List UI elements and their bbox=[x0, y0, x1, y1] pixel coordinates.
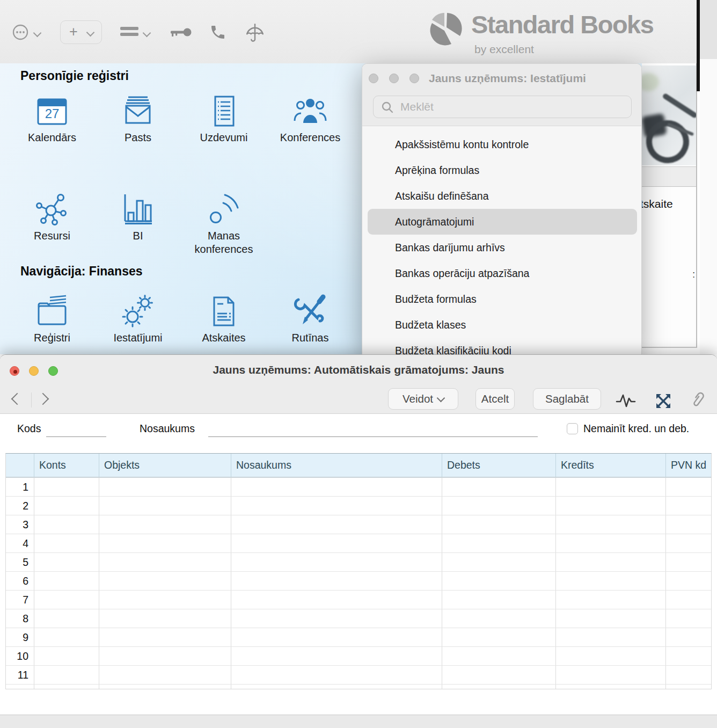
cell-konts[interactable] bbox=[34, 628, 99, 646]
cell-nosaukums[interactable] bbox=[231, 647, 442, 665]
cell-pvn-kd[interactable] bbox=[666, 572, 711, 590]
create-button[interactable]: Veidot bbox=[388, 388, 458, 410]
nav-item-resursi[interactable]: Resursi bbox=[12, 192, 92, 243]
row-number-cell[interactable]: 5 bbox=[6, 553, 34, 571]
nav-item-rutinas[interactable]: Rutīnas bbox=[270, 294, 350, 345]
nav-item-konferences[interactable]: Konferences bbox=[270, 94, 350, 144]
cell-nosaukums[interactable] bbox=[231, 478, 442, 496]
cell-debets[interactable] bbox=[442, 534, 556, 552]
column-header-kredits[interactable]: Kredīts bbox=[556, 454, 666, 477]
cell-debets[interactable] bbox=[442, 609, 556, 628]
cell-debets[interactable] bbox=[442, 515, 556, 534]
column-header-debets[interactable]: Debets bbox=[442, 454, 556, 477]
cell-objekts[interactable] bbox=[99, 553, 231, 571]
forward-button[interactable] bbox=[37, 393, 49, 405]
cell-kredits[interactable] bbox=[556, 497, 666, 515]
cell-pvn-kd[interactable] bbox=[666, 553, 711, 571]
umbrella-icon[interactable] bbox=[245, 23, 265, 45]
cell-pvn-kd[interactable] bbox=[666, 515, 711, 534]
cell-konts[interactable] bbox=[34, 647, 99, 665]
cell-nosaukums[interactable] bbox=[231, 591, 442, 609]
cell-kredits[interactable] bbox=[556, 647, 666, 665]
column-header-konts[interactable]: Konts bbox=[34, 454, 99, 477]
nav-item-manas-konferences[interactable]: Manas konferences bbox=[184, 192, 264, 256]
cell-konts[interactable] bbox=[34, 478, 99, 496]
row-number-cell[interactable]: 1 bbox=[6, 478, 34, 496]
cell-kredits[interactable] bbox=[556, 609, 666, 628]
activity-icon[interactable] bbox=[615, 392, 636, 411]
cell-debets[interactable] bbox=[442, 497, 556, 515]
phone-icon[interactable] bbox=[209, 24, 226, 43]
cell-debets[interactable] bbox=[442, 478, 556, 496]
cell-kredits[interactable] bbox=[556, 685, 666, 689]
chevron-down-icon[interactable] bbox=[143, 29, 151, 38]
close-button[interactable] bbox=[369, 74, 378, 83]
cell-debets[interactable] bbox=[442, 647, 556, 665]
settings-list-item[interactable]: Bankas operāciju atpazīšana bbox=[368, 260, 637, 286]
nav-item-atskaites[interactable]: Atskaites bbox=[184, 294, 264, 345]
search-input[interactable] bbox=[399, 98, 627, 115]
settings-list-item[interactable]: Bankas darījumu arhīvs bbox=[368, 235, 637, 260]
save-button[interactable]: Saglabāt bbox=[533, 388, 601, 410]
list-icon[interactable] bbox=[120, 27, 138, 38]
paperclip-icon[interactable] bbox=[685, 388, 708, 413]
cell-debets[interactable] bbox=[442, 666, 556, 684]
row-number-cell[interactable]: 2 bbox=[6, 497, 34, 515]
search-field[interactable] bbox=[373, 96, 632, 118]
chevron-down-icon[interactable] bbox=[33, 29, 42, 38]
cell-debets[interactable] bbox=[442, 685, 556, 689]
cell-objekts[interactable] bbox=[99, 685, 231, 689]
cell-debets[interactable] bbox=[442, 591, 556, 609]
cell-konts[interactable] bbox=[34, 497, 99, 515]
row-number-cell[interactable]: 10 bbox=[6, 647, 34, 665]
nav-item-iestatijumi[interactable]: Iestatījumi bbox=[98, 294, 178, 345]
row-number-cell[interactable]: 4 bbox=[6, 534, 34, 552]
cell-nosaukums[interactable] bbox=[231, 628, 442, 646]
row-number-cell[interactable]: 12 bbox=[6, 685, 34, 689]
name-input[interactable] bbox=[208, 424, 538, 437]
cell-kredits[interactable] bbox=[556, 591, 666, 609]
more-options-icon[interactable] bbox=[12, 24, 29, 43]
nav-item-uzdevumi[interactable]: Uzdevumi bbox=[184, 94, 264, 144]
settings-list-item[interactable]: Budžeta formulas bbox=[368, 286, 637, 312]
nav-item-pasts[interactable]: Pasts bbox=[98, 94, 178, 144]
minimize-button[interactable] bbox=[389, 74, 399, 83]
cell-kredits[interactable] bbox=[556, 553, 666, 571]
cell-nosaukums[interactable] bbox=[231, 534, 442, 552]
settings-list-item[interactable]: Atskaišu definēšana bbox=[368, 183, 637, 209]
settings-window-titlebar[interactable]: Jauns uzņēmums: Iestatījumi bbox=[362, 64, 641, 126]
cell-nosaukums[interactable] bbox=[231, 685, 442, 689]
cell-objekts[interactable] bbox=[99, 572, 231, 590]
cell-konts[interactable] bbox=[34, 572, 99, 590]
cell-nosaukums[interactable] bbox=[231, 572, 442, 590]
cell-objekts[interactable] bbox=[99, 628, 231, 646]
cell-konts[interactable] bbox=[34, 591, 99, 609]
cancel-button[interactable]: Atcelt bbox=[475, 388, 515, 410]
cell-pvn-kd[interactable] bbox=[666, 628, 711, 646]
cell-nosaukums[interactable] bbox=[231, 497, 442, 515]
cell-nosaukums[interactable] bbox=[231, 553, 442, 571]
column-header-nosaukums[interactable]: Nosaukums bbox=[231, 454, 442, 477]
nav-item-registri[interactable]: Reģistri bbox=[12, 294, 92, 345]
code-input[interactable] bbox=[46, 424, 106, 437]
cell-debets[interactable] bbox=[442, 553, 556, 571]
back-button[interactable] bbox=[11, 393, 24, 405]
cell-konts[interactable] bbox=[34, 553, 99, 571]
record-window-titlebar[interactable]: Jauns uzņēmums: Automātiskais grāmatojum… bbox=[0, 355, 717, 414]
settings-list-item-selected[interactable]: Autogrāmatojumi bbox=[368, 209, 637, 235]
cell-kredits[interactable] bbox=[556, 478, 666, 496]
cell-objekts[interactable] bbox=[99, 647, 231, 665]
cell-objekts[interactable] bbox=[99, 609, 231, 628]
cell-konts[interactable] bbox=[34, 534, 99, 552]
cell-pvn-kd[interactable] bbox=[666, 478, 711, 496]
cell-objekts[interactable] bbox=[99, 534, 231, 552]
cell-objekts[interactable] bbox=[99, 497, 231, 515]
cell-kredits[interactable] bbox=[556, 572, 666, 590]
cell-pvn-kd[interactable] bbox=[666, 609, 711, 628]
nav-item-bi[interactable]: BI bbox=[98, 192, 178, 243]
cell-pvn-kd[interactable] bbox=[666, 591, 711, 609]
add-button[interactable]: + bbox=[60, 20, 102, 44]
cell-debets[interactable] bbox=[442, 628, 556, 646]
cell-pvn-kd[interactable] bbox=[666, 647, 711, 665]
nav-item-kalendars[interactable]: 27 Kalendārs bbox=[12, 94, 92, 144]
